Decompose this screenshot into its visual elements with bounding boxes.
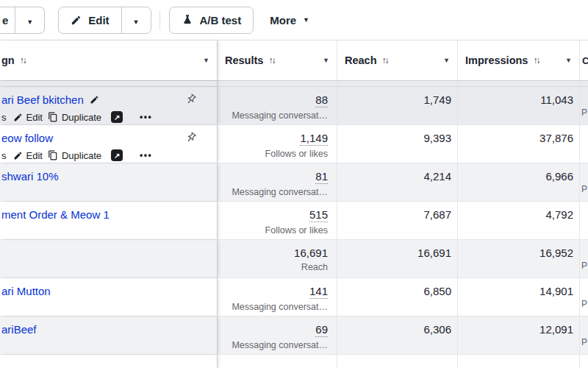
campaign-name-link[interactable]: ariBeef (1, 323, 37, 336)
ab-test-button[interactable]: A/B test (169, 7, 254, 34)
pin-icon[interactable] (185, 93, 197, 105)
more-button[interactable]: More ▼ (270, 14, 309, 26)
campaign-name-link[interactable]: ari Beef bkitchen (1, 93, 84, 106)
name-edit-icon[interactable] (90, 95, 99, 105)
column-menu-caret[interactable]: ▼ (203, 57, 209, 64)
table-body: ari Beef bkitchen s Edit Duplica (0, 87, 588, 355)
more-options-icon[interactable]: ••• (140, 150, 152, 160)
duplicate-icon (48, 112, 58, 122)
results-cell: 16,691 Reach (218, 240, 337, 277)
campaign-cell: ari Beef bkitchen s Edit Duplica (0, 87, 218, 124)
results-cell: 81 Messaging conversat… (218, 163, 337, 201)
next-col-fragment: P (581, 184, 587, 194)
pencil-icon (13, 151, 23, 160)
table-row: 16,691 Reach 16,691 16,952 P (0, 240, 588, 278)
duplicate-button-partial-label[interactable]: e (0, 14, 15, 26)
results-value: 69 (315, 323, 328, 337)
impressions-cell: 14,901 (457, 278, 579, 316)
results-value: 141 (309, 285, 328, 299)
toolbar-separator (159, 10, 160, 30)
column-header-impressions[interactable]: Impressions ↑↓ ▼ (457, 40, 579, 80)
ads-manager-table-view: e ▼ Edit ▼ A/B test More ▼ (0, 0, 588, 368)
scrolled-row-sliver (0, 81, 588, 87)
results-type-label: Messaging conversat… (220, 110, 328, 121)
results-column-label: Results (225, 54, 263, 66)
next-column-partial-cell: P (579, 87, 588, 124)
impressions-cell: 37,876 (457, 125, 579, 163)
impressions-value: 11,043 (461, 93, 573, 106)
reach-cell: 9,393 (337, 125, 457, 163)
open-in-new-icon[interactable]: ↗ (111, 149, 123, 161)
results-type-label: Reach (220, 262, 328, 272)
column-menu-caret[interactable]: ▼ (565, 57, 572, 64)
next-column-partial-cell (579, 125, 588, 163)
impressions-cell: 12,091 (457, 316, 579, 354)
row-edit-action[interactable]: Edit (13, 112, 43, 123)
column-menu-caret[interactable]: ▼ (323, 57, 329, 64)
column-header-reach[interactable]: Reach ↑↓ ▼ (337, 40, 457, 80)
chevron-down-icon: ▼ (133, 18, 140, 26)
edit-split-button[interactable]: Edit ▼ (58, 7, 151, 34)
duplicate-split-button[interactable]: e ▼ (0, 7, 45, 34)
reach-cell: 1,749 (337, 87, 457, 124)
column-menu-caret[interactable]: ▼ (443, 57, 450, 64)
table-row: eow follow s Edit Duplicate ↗ (0, 125, 588, 163)
results-cell: 515 Follows or likes (218, 202, 337, 239)
open-in-new-icon[interactable]: ↗ (111, 111, 123, 123)
toolbar: e ▼ Edit ▼ A/B test More ▼ (0, 0, 588, 40)
row-duplicate-action[interactable]: Duplicate (48, 150, 101, 161)
impressions-value: 16,952 (461, 247, 573, 259)
next-col-fragment: P (581, 299, 587, 309)
campaign-column-label: gn (1, 54, 15, 66)
more-options-icon[interactable]: ••• (140, 112, 152, 122)
impressions-value: 14,901 (461, 285, 573, 297)
results-value: 81 (315, 170, 328, 184)
reach-value: 6,850 (340, 285, 451, 297)
impressions-value: 4,792 (461, 208, 573, 221)
results-cell: 141 Messaging conversat… (218, 278, 337, 316)
view-charts-partial-label[interactable]: s (1, 150, 7, 161)
next-column-partial-cell: P (579, 163, 588, 201)
duplicate-icon (48, 150, 58, 160)
pencil-icon (13, 113, 23, 122)
reach-column-label: Reach (345, 54, 377, 66)
results-cell: 88 Messaging conversat… (218, 87, 337, 124)
pencil-icon (71, 15, 82, 26)
table-row: ment Order & Meow 1 515 Follows or likes… (0, 202, 588, 240)
flask-icon (182, 14, 193, 26)
edit-dropdown-toggle[interactable]: ▼ (122, 14, 151, 26)
campaign-name-link[interactable]: ment Order & Meow 1 (1, 208, 110, 221)
impressions-value: 37,876 (461, 132, 573, 144)
edit-button[interactable]: Edit (59, 14, 121, 26)
pin-icon[interactable] (185, 132, 197, 144)
next-col-fragment: P (581, 337, 587, 347)
results-value: 515 (309, 208, 328, 222)
column-header-campaign[interactable]: gn ↑↓ ▼ (0, 40, 218, 80)
impressions-cell: 6,966 (457, 163, 579, 201)
campaign-name-link[interactable]: eow follow (1, 132, 53, 144)
reach-value: 4,214 (340, 170, 451, 183)
reach-cell: 16,691 (337, 240, 457, 277)
results-type-label: Messaging conversat… (220, 187, 328, 197)
row-duplicate-action[interactable]: Duplicate (48, 112, 101, 123)
table-row: ari Mutton 141 Messaging conversat… 6,85… (0, 278, 588, 316)
row-actions: s Edit Duplicate ↗ ••• (1, 149, 208, 161)
campaign-name-link[interactable]: shwari 10% (1, 170, 59, 183)
view-charts-partial-label[interactable]: s (1, 112, 7, 123)
row-edit-label: Edit (26, 150, 43, 161)
campaign-name-link[interactable]: ari Mutton (1, 285, 51, 297)
row-duplicate-label: Duplicate (62, 150, 101, 161)
sort-icon[interactable]: ↑↓ (20, 55, 27, 66)
impressions-cell: 16,952 (457, 240, 579, 277)
column-header-results[interactable]: Results ↑↓ ▼ (218, 40, 337, 80)
campaign-cell: eow follow s Edit Duplicate ↗ (0, 125, 218, 163)
results-type-label: Messaging conversat… (220, 302, 328, 312)
duplicate-dropdown-toggle[interactable]: ▼ (15, 14, 44, 26)
table-row: ari Beef bkitchen s Edit Duplica (0, 87, 588, 125)
sort-icon[interactable]: ↑↓ (268, 55, 276, 66)
row-edit-action[interactable]: Edit (13, 150, 43, 161)
edit-button-label: Edit (88, 14, 109, 26)
sort-icon[interactable]: ↑↓ (533, 55, 540, 66)
sort-icon[interactable]: ↑↓ (382, 55, 390, 66)
impressions-value: 12,091 (461, 323, 573, 336)
